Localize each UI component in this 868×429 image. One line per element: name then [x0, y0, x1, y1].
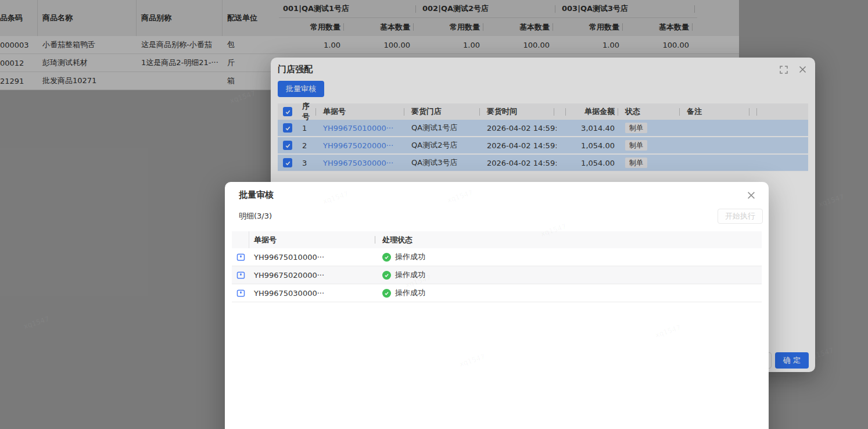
cell-process-status: 操作成功 [395, 288, 425, 298]
store-icon[interactable] [236, 288, 245, 298]
result-table: 单据号 处理状态 YH99675010000··· 操作成功 YH9967502… [232, 231, 762, 302]
close-icon[interactable] [747, 191, 756, 200]
cell-order-number: YH99675020000··· [249, 271, 378, 280]
cell-process-status: 操作成功 [395, 252, 425, 262]
batch-review-dialog: 批量审核 明细(3/3) 开始执行 单据号 处理状态 YH99675010000… [225, 182, 769, 429]
cell-order-number: YH99675030000··· [249, 289, 378, 298]
result-row: YH99675020000··· 操作成功 [232, 266, 762, 284]
dialog-subheader: 明细(3/3) 开始执行 [225, 201, 769, 224]
result-row: YH99675030000··· 操作成功 [232, 284, 762, 302]
column-header-process-status: 处理状态 [382, 235, 413, 245]
divider-tick [375, 236, 375, 244]
cell-order-number: YH99675010000··· [249, 253, 378, 262]
result-table-header: 单据号 处理状态 [232, 231, 762, 248]
store-icon[interactable] [236, 252, 245, 262]
success-icon [382, 271, 391, 280]
screen: 品条码 商品名称 商品别称 配送单位 001|QA测试1号店 常用数量 基本数量… [0, 0, 868, 429]
icon-column-header [232, 231, 249, 248]
success-icon [382, 253, 391, 262]
watermark: xq1547 [458, 352, 486, 368]
start-execute-button[interactable]: 开始执行 [718, 209, 763, 224]
result-row: YH99675010000··· 操作成功 [232, 248, 762, 266]
detail-count: 明细(3/3) [239, 211, 272, 221]
cell-process-status: 操作成功 [395, 270, 425, 280]
column-header-order: 单据号 [254, 235, 277, 245]
dialog-header: 批量审核 [225, 182, 769, 201]
dialog-title: 批量审核 [239, 190, 274, 201]
store-icon[interactable] [236, 270, 245, 280]
watermark: xq1547 [654, 323, 682, 339]
success-icon [382, 289, 391, 298]
